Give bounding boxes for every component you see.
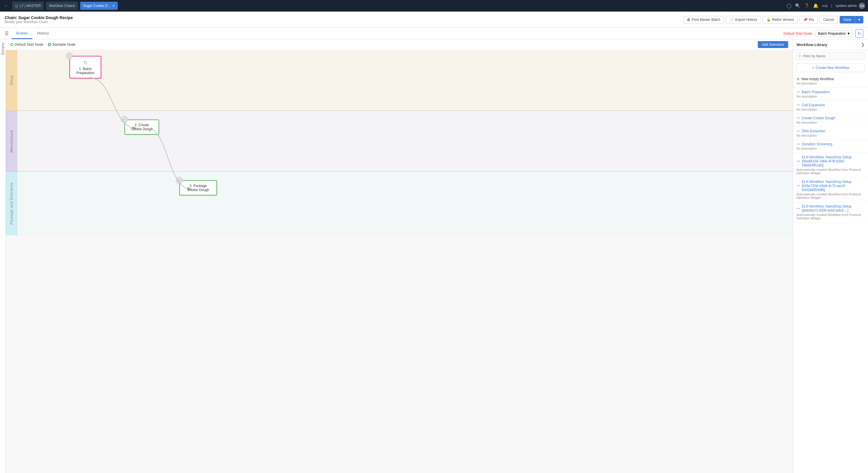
refresh-button[interactable]: ↻ (855, 30, 863, 38)
print-label: Print Master Batch (692, 18, 720, 22)
new-icon: ⊕ (797, 77, 800, 81)
library-item-cookie-dough-title: ⋯ Create Cookie Dough (797, 116, 865, 120)
library-item-donation[interactable]: ⋯ Donation Screening No description (793, 140, 868, 153)
tab-history-label: History (37, 31, 49, 35)
swimlane-setup: Setup ⋯ ↻ 1. BatchPreparation (6, 50, 793, 111)
eln2-dots: ⋯ (797, 184, 800, 188)
swimlane-container: Setup ⋯ ↻ 1. BatchPreparation Manuf (6, 50, 793, 473)
library-item-dna-ext-desc: No description (797, 134, 865, 137)
print-master-batch-button[interactable]: 🖶 Print Master Batch (683, 16, 724, 24)
printer-icon: 🖶 (687, 18, 690, 22)
swimlane-package: Package and Distribute ⋯ 3. PackageCooki… (6, 172, 793, 235)
save-label: Save (843, 18, 851, 22)
cell-exp-dots: ⋯ (797, 103, 800, 107)
legend-default-start: Default Start Node (10, 42, 43, 47)
library-search-input[interactable] (803, 54, 863, 58)
library-collapse-button[interactable]: ❯ (861, 42, 865, 47)
library-item-eln3[interactable]: ⋯ ELN Workflow: NanoDrop Setup [de82be71… (793, 202, 868, 223)
workflow-chains-label: Workflow Chains (49, 4, 75, 8)
separator: | (831, 4, 832, 8)
swimlane-package-label-col: Package and Distribute (6, 172, 18, 235)
header-title: Chain: Sugar Cookie Dough Recipe Modify … (5, 16, 680, 24)
swimlane-package-label: Package and Distribute (9, 182, 13, 225)
create-plus-icon: + (812, 66, 814, 70)
user-badge: system admin SA (836, 3, 865, 9)
swimlane-manufacture-label: Manufacture (9, 130, 13, 152)
workflow-node-3[interactable]: ⋯ 3. PackageCookie Dough (179, 180, 217, 196)
close-tab-icon[interactable]: ✕ (112, 4, 115, 8)
library-item-cell-exp[interactable]: ⋯ Cell Expansion No description (793, 101, 868, 114)
node-1-title: 1. BatchPreparation (74, 67, 97, 75)
default-node-select[interactable]: Batch Preparation ▼ (815, 30, 853, 37)
legend-dot-teal (48, 43, 51, 46)
app-tab-label: L7 | MASTER (20, 4, 41, 8)
retire-label: Retire Version (772, 18, 794, 22)
tab-builder[interactable]: Builder (11, 28, 32, 39)
main-layout: Details Default Start Node Startable Nod… (0, 39, 868, 473)
cancel-button[interactable]: Cancel (819, 16, 838, 24)
pin-button[interactable]: 📌 Pin (799, 16, 818, 24)
menu-icon[interactable]: ☰ (5, 31, 9, 36)
retire-version-button[interactable]: 🔒 Retire Version (763, 16, 798, 24)
app-tab[interactable]: ◫ L7 | MASTER (12, 2, 44, 10)
workflow-chains-tab[interactable]: Workflow Chains (46, 2, 78, 10)
export-history-button[interactable]: 📄 Export History (726, 16, 761, 24)
header-actions: 🖶 Print Master Batch 📄 Export History 🔒 … (683, 16, 863, 24)
library-item-batch-prep-desc: No description (797, 95, 865, 98)
chain-subtitle: Modify your Workflow Chain (5, 20, 680, 24)
details-label[interactable]: Details (1, 42, 5, 55)
legend-startable-label: Startable Node (52, 42, 75, 47)
library-item-batch-prep-title: ⋯ Batch Preparation (797, 90, 865, 94)
back-button[interactable]: ← (3, 2, 10, 9)
legend-startable: Startable Node (48, 42, 75, 47)
node-2-title: 2. CreateCookie Dough (129, 123, 155, 131)
default-node-value: Batch Preparation (818, 32, 846, 36)
sugar-cookie-label: Sugar Cookie D... (83, 4, 111, 8)
eln1-dots: ⋯ (797, 159, 800, 163)
library-header: Workflow Library ❯ (793, 39, 868, 50)
library-item-cookie-dough[interactable]: ⋯ Create Cookie Dough No description (793, 114, 868, 127)
batch-prep-dots: ⋯ (797, 90, 800, 94)
canvas[interactable]: Setup ⋯ ↻ 1. BatchPreparation Manuf (6, 50, 793, 473)
workflow-node-2[interactable]: ⋯ 2. CreateCookie Dough (124, 120, 159, 135)
library-item-cookie-dough-desc: No description (797, 121, 865, 124)
pin-icon: 📌 (803, 18, 808, 22)
search-icon[interactable]: 🔍 (795, 3, 801, 8)
add-swimlane-label: Add Swimlane (762, 42, 784, 47)
node-3-title: 3. PackageCookie Dough (184, 184, 212, 192)
dna-ext-dots: ⋯ (797, 129, 800, 133)
chain-prefix: Chain: (5, 16, 18, 20)
locale-label: esp (822, 4, 828, 8)
library-item-donation-title: ⋯ Donation Screening (797, 142, 865, 146)
workflow-node-1[interactable]: ⋯ ↻ 1. BatchPreparation (69, 56, 101, 79)
library-item-eln2[interactable]: ⋯ ELN Workflow: NanoDrop Setup [b56e720d… (793, 177, 868, 202)
add-swimlane-button[interactable]: Add Swimlane (758, 41, 788, 48)
circle-icon: ◯ (787, 3, 792, 8)
cookie-dough-dots: ⋯ (797, 116, 800, 120)
legend-bar: Default Start Node Startable Node Add Sw… (6, 39, 793, 50)
swimlane-setup-label: Setup (9, 75, 13, 85)
help-icon[interactable]: ❓ (804, 3, 810, 8)
library-item-new-empty[interactable]: ⊕ New empty Workflow No description (793, 75, 868, 88)
library-item-dna-ext[interactable]: ⋯ DNA Extraction No description (793, 127, 868, 140)
create-workflow-button[interactable]: + Create New Workflow (796, 63, 865, 72)
legend-default-label: Default Start Node (15, 42, 43, 47)
node-2-menu-button[interactable]: ⋯ (121, 116, 128, 123)
library-item-eln1[interactable]: ⋯ ELN Workflow: NanoDrop Setup [0be66159… (793, 153, 868, 177)
swimlane-manufacture-body: ⋯ 2. CreateCookie Dough (18, 111, 793, 171)
app-icon: ◫ (15, 4, 18, 8)
topbar: ← ◫ L7 | MASTER Workflow Chains Sugar Co… (0, 0, 868, 11)
node-3-menu-button[interactable]: ⋯ (176, 177, 183, 184)
tab-builder-label: Builder (16, 31, 28, 35)
header-bar: Chain: Sugar Cookie Dough Recipe Modify … (0, 11, 868, 28)
donation-dots: ⋯ (797, 142, 800, 146)
library-item-batch-prep[interactable]: ⋯ Batch Preparation No description (793, 88, 868, 101)
chain-title: Chain: Sugar Cookie Dough Recipe (5, 16, 680, 20)
swimlane-manufacture: Manufacture ⋯ 2. CreateCookie Dough (6, 111, 793, 172)
tab-history[interactable]: History (32, 28, 53, 39)
notification-icon[interactable]: 🔔 (813, 3, 818, 8)
node-1-menu-button[interactable]: ⋯ (66, 52, 73, 59)
sugar-cookie-tab[interactable]: Sugar Cookie D... ✕ (80, 2, 118, 10)
save-dropdown-button[interactable]: ▼ (855, 16, 863, 24)
save-button[interactable]: Save (840, 16, 855, 24)
